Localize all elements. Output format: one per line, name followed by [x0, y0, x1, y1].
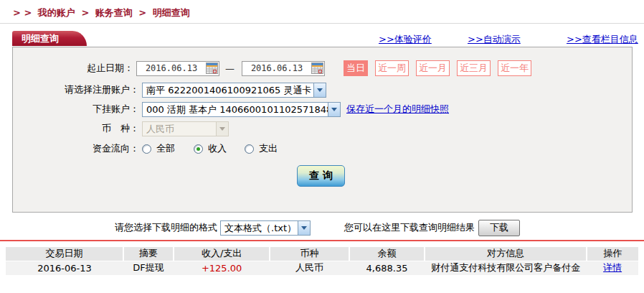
header-action: 操作	[587, 247, 638, 261]
breadcrumb: > > 我的账户 > 账务查询 > 明细查询	[13, 6, 193, 19]
cell-counterparty: 财付通支付科技有限公司客户备付金	[425, 261, 587, 275]
download-format-select[interactable]: 文本格式（.txt）	[220, 220, 311, 236]
breadcrumb-link-detail-query[interactable]: 明细查询	[153, 7, 190, 18]
save-snapshot-link[interactable]: 保存近一个月的明细快照	[346, 103, 449, 116]
header-counterparty: 对方信息	[425, 247, 587, 261]
fund-flow-row: 资金流向： 全部 收入 支出	[13, 141, 278, 157]
breadcrumb-link-my-account[interactable]: 我的账户	[38, 7, 75, 18]
range-button-last-week[interactable]: 近一周	[375, 60, 409, 76]
result-table: 交易日期 摘要 收入/支出 币种 余额 对方信息 操作 2016-06-13 D…	[6, 247, 638, 275]
query-button[interactable]: 查 询	[297, 165, 345, 187]
link-experience-rating-label: >>体验评价	[379, 34, 432, 45]
radio-expense-label: 支出	[259, 142, 278, 155]
detail-query-page: > > 我的账户 > 账务查询 > 明细查询 明细查询 >>体验评价 >>自动演…	[0, 0, 644, 293]
currency-label: 币 种：	[13, 122, 139, 135]
header-summary: 摘要	[123, 247, 174, 261]
cell-summary: DF提现	[123, 261, 174, 275]
table-row: 2016-06-13 DF提现 +125.00 人民币 4,688.35 财付通…	[6, 261, 638, 275]
tab-detail-query: 明细查询	[12, 31, 87, 46]
currency-value: 人民币	[143, 122, 216, 136]
download-hint: 您可以在这里下载查询明细结果	[344, 221, 475, 234]
range-button-last-month[interactable]: 近一月	[416, 60, 450, 76]
cell-action: 详情	[587, 261, 638, 275]
download-row: 请您选择下载明细的格式 文本格式（.txt） 您可以在这里下载查询明细结果 下载	[0, 218, 644, 237]
sub-account-value: 000 活期 基本户 1406600101102571848	[143, 103, 328, 116]
red-divider	[0, 240, 644, 241]
radio-all-label: 全部	[156, 142, 175, 155]
breadcrumb-link-account-query[interactable]: 账务查询	[95, 7, 133, 18]
sub-account-row: 下挂账户： 000 活期 基本户 1406600101102571848 保存近…	[13, 101, 449, 117]
range-button-today[interactable]: 当日	[344, 60, 368, 76]
chevron-down-icon	[216, 122, 228, 136]
link-experience-rating[interactable]: >>体验评价	[379, 33, 432, 46]
radio-income-label: 收入	[208, 142, 227, 155]
date-from-value: 2016.06.13	[137, 63, 206, 73]
sub-account-select[interactable]: 000 活期 基本户 1406600101102571848	[142, 102, 341, 117]
register-account-label: 请选择注册账户：	[13, 83, 139, 96]
breadcrumb-separator: >	[81, 7, 89, 18]
cell-trade-date: 2016-06-13	[6, 261, 123, 275]
chevron-down-icon[interactable]	[298, 221, 310, 235]
radio-income[interactable]: 收入	[194, 142, 227, 155]
chevron-down-icon[interactable]	[313, 83, 326, 97]
header-balance: 余额	[349, 247, 425, 261]
calendar-icon[interactable]	[206, 62, 218, 74]
date-range-row: 起止日期： 2016.06.13 — 2016.06.13	[13, 60, 531, 76]
sub-account-label: 下挂账户：	[13, 103, 139, 116]
radio-expense-circle[interactable]	[245, 144, 254, 154]
fund-flow-label: 资金流向：	[13, 142, 139, 155]
detail-link[interactable]: 详情	[603, 262, 622, 273]
range-button-last-3-months[interactable]: 近三月	[457, 60, 491, 76]
date-from-input[interactable]: 2016.06.13	[136, 61, 219, 76]
currency-select-disabled: 人民币	[142, 121, 229, 136]
link-auto-demo-label: >>自动演示	[468, 34, 521, 45]
header-income-expense: 收入/支出	[174, 247, 270, 261]
cell-amount: +125.00	[174, 261, 270, 275]
link-view-column-info-label: >>查看栏目信息	[567, 34, 638, 45]
register-account-value: 南平 6222001406100921065 灵通卡	[143, 83, 313, 97]
date-to-value: 2016.06.13	[242, 63, 311, 73]
currency-row: 币 种： 人民币	[13, 121, 229, 136]
cell-balance: 4,688.35	[349, 261, 425, 275]
date-to-input[interactable]: 2016.06.13	[242, 61, 325, 76]
date-range-label: 起止日期：	[13, 62, 133, 75]
query-form-panel: 起止日期： 2016.06.13 — 2016.06.13	[12, 47, 633, 213]
register-account-select[interactable]: 南平 6222001406100921065 灵通卡	[142, 83, 326, 98]
register-account-row: 请选择注册账户： 南平 6222001406100921065 灵通卡	[13, 82, 326, 98]
date-separator: —	[225, 63, 235, 74]
header-trade-date: 交易日期	[6, 247, 123, 261]
table-header-row: 交易日期 摘要 收入/支出 币种 余额 对方信息 操作	[6, 247, 638, 261]
calendar-icon[interactable]	[311, 62, 323, 74]
chevron-down-icon[interactable]	[328, 103, 340, 116]
top-divider	[0, 23, 644, 24]
radio-income-circle[interactable]	[194, 144, 203, 154]
link-view-column-info[interactable]: >>查看栏目信息	[567, 33, 638, 46]
radio-all[interactable]: 全部	[142, 142, 175, 155]
range-button-last-year[interactable]: 近一年	[498, 60, 531, 76]
download-button[interactable]: 下载	[478, 220, 520, 236]
breadcrumb-separator: >	[138, 7, 146, 18]
breadcrumb-prefix: > >	[13, 7, 32, 18]
radio-expense[interactable]: 支出	[245, 142, 278, 155]
radio-all-circle[interactable]	[142, 144, 151, 154]
link-auto-demo[interactable]: >>自动演示	[468, 33, 521, 46]
tab-row: 明细查询 >>体验评价 >>自动演示 >>查看栏目信息	[0, 31, 644, 47]
cell-currency: 人民币	[270, 261, 349, 275]
header-currency: 币种	[270, 247, 349, 261]
download-format-value: 文本格式（.txt）	[221, 221, 298, 235]
download-format-label: 请您选择下载明细的格式	[115, 221, 217, 234]
